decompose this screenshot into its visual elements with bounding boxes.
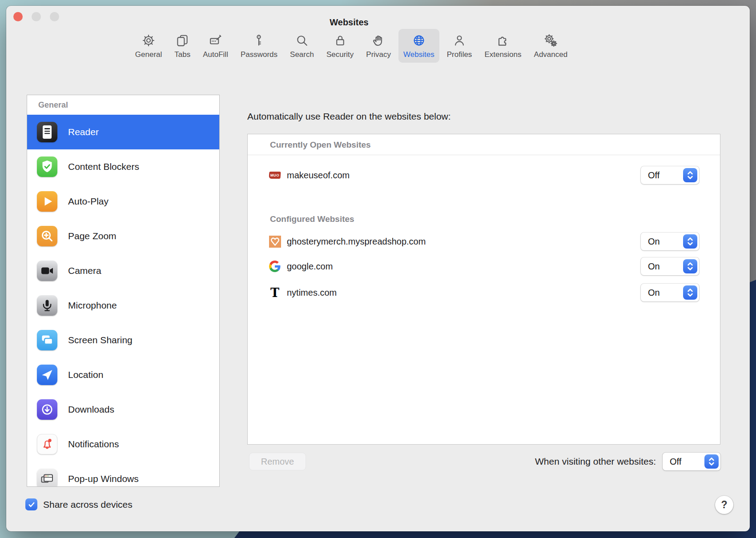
reader-icon: [37, 122, 57, 142]
toolbar-tab-label: Tabs: [174, 50, 190, 59]
toolbar-tab-label: Extensions: [484, 50, 521, 59]
sidebar-item-label: Content Blockers: [68, 161, 139, 172]
sidebar-item-auto-play[interactable]: Auto-Play: [27, 184, 219, 219]
toolbar-tab-advanced[interactable]: Advanced: [529, 29, 573, 63]
section-divider: [248, 155, 720, 155]
remove-button[interactable]: Remove: [249, 453, 306, 470]
autofill-icon: [209, 33, 223, 48]
toolbar-tab-label: Privacy: [366, 50, 391, 59]
share-across-devices-checkbox[interactable]: [25, 498, 37, 510]
reader-setting-popup-google[interactable]: On: [641, 257, 699, 275]
popup-stepper-icon: [683, 234, 697, 249]
sidebar-item-label: Page Zoom: [68, 231, 117, 241]
shield-check-icon: [37, 157, 57, 177]
toolbar-tab-label: Passwords: [241, 50, 277, 59]
download-circle-icon: [37, 399, 57, 420]
popup-stepper-icon: [704, 454, 719, 469]
hand-icon: [371, 33, 386, 48]
toolbar-tab-websites[interactable]: Websites: [398, 29, 439, 63]
site-row-ghosterymerch[interactable]: ghosterymerch.myspreadshop.com On: [269, 229, 699, 254]
popup-stepper-icon: [683, 259, 697, 273]
toolbar-tab-profiles[interactable]: Profiles: [442, 29, 477, 63]
sidebar-item-camera[interactable]: Camera: [27, 253, 219, 288]
site-name: google.com: [287, 261, 333, 272]
person-icon: [452, 33, 466, 48]
safari-preferences-window: Websites General Tabs AutoFill: [6, 6, 750, 531]
reader-setting-popup-ghosterymerch[interactable]: On: [641, 233, 699, 250]
camera-icon: [37, 261, 57, 281]
zoom-plus-icon: [37, 226, 57, 246]
bell-icon: [37, 434, 57, 454]
toolbar-tab-label: AutoFill: [203, 50, 228, 59]
lock-icon: [333, 33, 347, 48]
websites-list-box: Currently Open Websites MUO makeuseof.co…: [247, 134, 720, 445]
sidebar: General Reader Content Blockers Auto-Pla…: [27, 95, 220, 487]
site-row-google[interactable]: google.com On: [269, 254, 699, 279]
key-icon: [252, 33, 266, 48]
preferences-toolbar: General Tabs AutoFill Passwords: [0, 29, 723, 73]
sidebar-item-reader[interactable]: Reader: [27, 115, 219, 149]
section-title-configured: Configured Websites: [270, 214, 354, 224]
microphone-icon: [37, 295, 57, 316]
toolbar-tab-security[interactable]: Security: [322, 29, 358, 63]
toolbar-tab-privacy[interactable]: Privacy: [361, 29, 396, 63]
site-name: ghosterymerch.myspreadshop.com: [287, 237, 426, 247]
toolbar-tab-general[interactable]: General: [130, 29, 167, 63]
sidebar-item-label: Microphone: [68, 300, 117, 311]
sidebar-item-label: Camera: [68, 265, 101, 276]
play-icon: [37, 191, 57, 212]
location-arrow-icon: [37, 365, 57, 385]
sidebar-item-screen-sharing[interactable]: Screen Sharing: [27, 323, 219, 357]
section-title-currently-open: Currently Open Websites: [270, 140, 371, 150]
toolbar-tab-label: Advanced: [534, 50, 568, 59]
popup-value: Off: [670, 457, 681, 467]
sidebar-section-header: General: [27, 95, 219, 115]
sidebar-item-label: Downloads: [68, 404, 114, 415]
toolbar-tab-label: General: [135, 50, 162, 59]
gears-icon: [543, 33, 558, 48]
toolbar-tab-tabs[interactable]: Tabs: [169, 29, 195, 63]
reader-setting-popup-makeuseof[interactable]: Off: [641, 166, 699, 184]
window-title: Websites: [6, 17, 692, 28]
sidebar-item-label: Location: [68, 369, 103, 380]
sidebar-item-microphone[interactable]: Microphone: [27, 288, 219, 323]
magnifier-icon: [295, 33, 309, 48]
sidebar-item-page-zoom[interactable]: Page Zoom: [27, 219, 219, 253]
sidebar-item-notifications[interactable]: Notifications: [27, 427, 219, 462]
ghostery-favicon: [269, 235, 281, 248]
sidebar-item-label: Pop-up Windows: [68, 474, 139, 484]
screens-icon: [37, 330, 57, 350]
sidebar-item-label: Auto-Play: [68, 196, 109, 207]
toolbar-tab-autofill[interactable]: AutoFill: [198, 29, 233, 63]
sidebar-item-label: Screen Sharing: [68, 335, 133, 345]
globe-icon: [412, 33, 426, 48]
popup-value: On: [648, 288, 660, 298]
when-visiting-label: When visiting other websites:: [535, 456, 656, 467]
help-button[interactable]: ?: [715, 496, 733, 514]
toolbar-tab-label: Websites: [403, 50, 434, 59]
site-row-nytimes[interactable]: T nytimes.com On: [269, 280, 699, 305]
sidebar-item-location[interactable]: Location: [27, 357, 219, 392]
toolbar-tab-passwords[interactable]: Passwords: [236, 29, 282, 63]
sidebar-item-popup-windows[interactable]: Pop-up Windows: [27, 462, 219, 487]
site-name: makeuseof.com: [287, 170, 350, 181]
puzzle-icon: [496, 33, 510, 48]
reader-setting-popup-nytimes[interactable]: On: [641, 284, 699, 301]
popup-value: Off: [648, 170, 659, 181]
sidebar-item-content-blockers[interactable]: Content Blockers: [27, 149, 219, 184]
reader-heading: Automatically use Reader on the websites…: [247, 111, 451, 122]
toolbar-tab-label: Profiles: [447, 50, 472, 59]
gear-icon: [141, 33, 156, 48]
toolbar-tab-extensions[interactable]: Extensions: [479, 29, 526, 63]
tabs-icon: [175, 33, 189, 48]
makeuseof-favicon: MUO: [269, 169, 281, 181]
popup-stepper-icon: [683, 285, 697, 300]
site-row-makeuseof[interactable]: MUO makeuseof.com Off: [269, 163, 699, 188]
toolbar-tab-label: Search: [290, 50, 314, 59]
popup-stepper-icon: [683, 168, 697, 182]
popup-value: On: [648, 261, 660, 272]
sidebar-item-downloads[interactable]: Downloads: [27, 392, 219, 427]
toolbar-tab-search[interactable]: Search: [285, 29, 319, 63]
when-visiting-popup[interactable]: Off: [663, 453, 720, 470]
popup-value: On: [648, 237, 660, 247]
